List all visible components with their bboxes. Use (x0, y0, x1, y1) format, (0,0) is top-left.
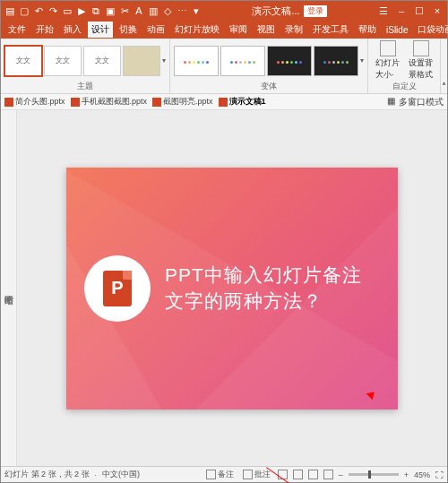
zoom-out-icon[interactable]: – (339, 470, 343, 479)
slide[interactable]: P PPT中输入幻灯片备注 文字的两种方法？ (66, 168, 398, 410)
ppt-logo-badge: P (84, 255, 151, 322)
separator: · (95, 470, 98, 479)
undo-icon[interactable]: ↶ (33, 5, 44, 16)
ribbon-group-variants: ▾ 变体 (170, 39, 368, 93)
title-center: 演示文稿... 登录 (202, 4, 377, 18)
slide-size-icon (380, 40, 396, 56)
sorter-view-icon[interactable] (293, 470, 303, 479)
variants-more-icon[interactable]: ▾ (360, 56, 364, 65)
maximize-icon[interactable]: ☐ (413, 5, 426, 17)
slide-size-button[interactable]: 幻灯片 大小· (372, 40, 403, 81)
notes-button[interactable]: 备注 (204, 469, 236, 480)
ppt-file-icon (219, 98, 228, 107)
title-right: ☰ – ☐ × (377, 5, 444, 17)
redo-icon[interactable]: ↷ (47, 5, 58, 16)
save-icon[interactable]: ▤ (4, 5, 15, 16)
fit-window-icon[interactable]: ⛶ (435, 470, 444, 479)
ppt-logo-icon: P (103, 271, 132, 306)
ribbon-options-icon[interactable]: ☰ (377, 5, 390, 17)
text-icon[interactable]: A (134, 5, 144, 16)
theme-thumb-4[interactable] (123, 46, 160, 76)
start-icon[interactable]: ▶ (76, 5, 87, 16)
paste-icon[interactable]: ▣ (105, 5, 116, 16)
format-bg-icon (413, 40, 429, 56)
ribbon-group-label-themes: 主题 (4, 81, 166, 92)
ribbon-group-custom: 幻灯片 大小· 设置背 景格式 自定义 (368, 39, 441, 93)
ribbon: 文文 文文 文文 ▾ 主题 ▾ 变体 幻灯片 大小· (1, 39, 447, 94)
format-background-button[interactable]: 设置背 景格式 (405, 40, 436, 81)
shapes-icon[interactable]: ◇ (162, 5, 173, 16)
title-bar: ▤ ▢ ↶ ↷ ▭ ▶ ⧉ ▣ ✂ A ▥ ◇ ⋯ ▾ 演示文稿... 登录 ☰… (1, 1, 447, 21)
zoom-percent[interactable]: 45% (414, 470, 430, 479)
tab-animations[interactable]: 动画 (143, 22, 168, 38)
variant-thumb-1[interactable] (174, 46, 219, 76)
zoom-in-icon[interactable]: + (404, 470, 409, 479)
language-indicator[interactable]: 中文(中国) (102, 469, 140, 480)
tab-review[interactable]: 审阅 (226, 22, 251, 38)
tab-view[interactable]: 视图 (254, 22, 279, 38)
theme-thumb-2[interactable]: 文文 (44, 46, 82, 76)
open-files-bar: 简介头图.pptx 手机截图截图.pptx 截图明亮.pptx 演示文稿1 ▦ … (1, 94, 447, 110)
ppt-file-icon (4, 98, 13, 107)
tab-slideshow[interactable]: 幻灯片放映 (171, 22, 223, 38)
app-window: ▤ ▢ ↶ ↷ ▭ ▶ ⧉ ▣ ✂ A ▥ ◇ ⋯ ▾ 演示文稿... 登录 ☰… (0, 0, 448, 483)
slideshow-view-icon[interactable] (323, 470, 333, 479)
variant-thumb-4[interactable] (314, 46, 358, 76)
theme-thumb-1[interactable]: 文文 (4, 46, 42, 76)
themes-more-icon[interactable]: ▾ (162, 56, 166, 65)
ribbon-group-themes: 文文 文文 文文 ▾ 主题 (1, 39, 170, 93)
zoom-slider[interactable] (349, 473, 399, 476)
tab-transitions[interactable]: 切换 (116, 22, 141, 38)
tab-help[interactable]: 帮助 (355, 22, 380, 38)
image-icon[interactable]: ▥ (148, 5, 159, 16)
tab-islide[interactable]: iSlide (383, 23, 411, 37)
document-title: 演示文稿... (252, 4, 299, 18)
unknown-icon[interactable]: ▢ (19, 5, 30, 16)
cut-icon[interactable]: ✂ (119, 5, 130, 16)
quick-access-toolbar: ▤ ▢ ↶ ↷ ▭ ▶ ⧉ ▣ ✂ A ▥ ◇ ⋯ ▾ (4, 5, 202, 16)
reading-view-icon[interactable] (308, 470, 318, 479)
zoom-thumb[interactable] (368, 470, 371, 479)
multiwindow-label[interactable]: 多窗口模式 (399, 96, 444, 108)
thumbnail-panel-collapsed[interactable]: 缩略图 (1, 110, 17, 466)
qat-dropdown-icon[interactable]: ▾ (191, 5, 202, 16)
tab-design[interactable]: 设计 (88, 22, 113, 38)
theme-thumb-3[interactable]: 文文 (83, 46, 121, 76)
login-badge[interactable]: 登录 (304, 5, 327, 17)
ppt-file-icon (71, 98, 80, 107)
ppt-file-icon (152, 98, 161, 107)
new-slide-icon[interactable]: ▭ (62, 5, 73, 16)
comments-icon (243, 470, 253, 479)
tab-file[interactable]: 文件 (4, 22, 30, 38)
tab-insert[interactable]: 插入 (60, 22, 85, 38)
tab-record[interactable]: 录制 (281, 22, 306, 38)
main-area: 缩略图 P PPT中输入幻灯片备注 文字的两种方法？ (1, 110, 447, 466)
tab-pa[interactable]: 口袋动画 PA (414, 22, 448, 38)
open-file-2[interactable]: 手机截图截图.pptx (71, 96, 148, 108)
open-file-1[interactable]: 简介头图.pptx (4, 96, 65, 108)
more-icon[interactable]: ⋯ (177, 5, 187, 16)
ribbon-group-label-custom: 自定义 (372, 81, 436, 92)
open-file-4[interactable]: 演示文稿1 (219, 96, 266, 108)
collapse-ribbon-icon[interactable]: ˄ (441, 39, 447, 93)
status-bar: 幻灯片 第 2 张，共 2 张 · 中文(中国) 备注 批注 – + 45% ⛶ (1, 466, 447, 482)
notes-icon (206, 470, 216, 479)
slide-canvas-area[interactable]: P PPT中输入幻灯片备注 文字的两种方法？ (17, 110, 447, 466)
slide-counter[interactable]: 幻灯片 第 2 张，共 2 张 (4, 469, 90, 480)
slide-title-text: PPT中输入幻灯片备注 文字的两种方法？ (165, 263, 362, 314)
comments-button[interactable]: 批注 (241, 469, 272, 480)
tab-home[interactable]: 开始 (32, 22, 57, 38)
normal-view-icon[interactable] (278, 470, 288, 479)
filesbar-right: ▦ 多窗口模式 (387, 96, 444, 108)
tab-developer[interactable]: 开发工具 (309, 22, 352, 38)
copy-icon[interactable]: ⧉ (90, 5, 101, 16)
minimize-icon[interactable]: – (395, 5, 408, 16)
ribbon-tabs: 文件 开始 插入 设计 切换 动画 幻灯片放映 审阅 视图 录制 开发工具 帮助… (1, 21, 447, 39)
close-icon[interactable]: × (431, 5, 444, 16)
variant-thumb-2[interactable] (220, 46, 265, 76)
variant-thumb-3[interactable] (267, 46, 312, 76)
open-file-3[interactable]: 截图明亮.pptx (152, 96, 213, 108)
ribbon-group-label-variants: 变体 (174, 81, 364, 92)
multiwindow-icon[interactable]: ▦ (387, 96, 395, 108)
